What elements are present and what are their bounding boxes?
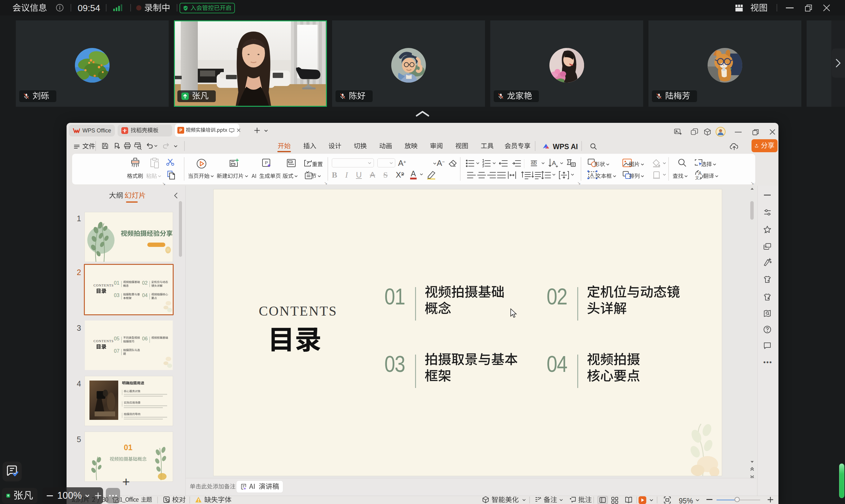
svg-text:A: A (590, 173, 594, 178)
svg-text:文: 文 (695, 176, 699, 180)
svg-text:P: P (265, 160, 268, 165)
svg-text:A: A (552, 160, 556, 166)
svg-text:P: P (179, 128, 182, 133)
